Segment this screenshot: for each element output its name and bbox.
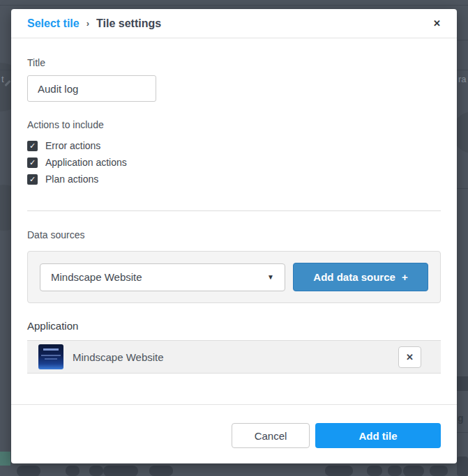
background-block — [457, 456, 468, 476]
cancel-button[interactable]: Cancel — [232, 423, 310, 448]
background-top-line — [0, 5, 468, 6]
tile-settings-modal: Select tile › Tile settings ✕ Title Acti… — [11, 9, 457, 463]
data-source-select[interactable]: Mindscape Website ▼ — [40, 263, 285, 291]
background-shape — [388, 466, 402, 476]
add-data-source-button-label: Add data source — [313, 271, 395, 283]
background-shape — [103, 466, 138, 476]
checkbox-row-error-actions[interactable]: ✓ Error actions — [27, 140, 441, 151]
checkbox-checked-icon[interactable]: ✓ — [27, 141, 38, 151]
checkbox-row-application-actions[interactable]: ✓ Application actions — [27, 157, 441, 168]
background-shape — [430, 466, 448, 476]
title-label: Title — [27, 57, 441, 68]
remove-x-icon: ✕ — [406, 352, 414, 362]
checkbox-checked-icon[interactable]: ✓ — [27, 158, 38, 168]
background-row-line — [457, 70, 468, 70]
plus-icon: + — [402, 271, 408, 283]
background-shape — [367, 466, 382, 476]
application-list-item: Mindscape Website ✕ — [27, 340, 441, 374]
remove-application-button[interactable]: ✕ — [398, 346, 421, 368]
background-row-line — [457, 188, 468, 189]
background-shape — [89, 466, 103, 476]
checkbox-checked-icon[interactable]: ✓ — [27, 174, 38, 185]
background-teal-tile — [0, 452, 10, 466]
modal-title: Tile settings — [96, 17, 161, 30]
application-thumbnail — [38, 344, 63, 369]
data-sources-label: Data sources — [27, 229, 441, 240]
actions-checkbox-group: ✓ Error actions ✓ Application actions ✓ … — [27, 140, 441, 185]
application-label: Application — [27, 320, 441, 332]
modal-header: Select tile › Tile settings ✕ — [11, 9, 457, 38]
checkbox-label: Error actions — [45, 140, 100, 151]
background-row-line — [457, 40, 468, 40]
background-clipped-text-left: t — [1, 74, 4, 84]
title-input[interactable] — [27, 75, 156, 102]
breadcrumb-select-tile-link[interactable]: Select tile — [27, 17, 80, 30]
checkbox-label: Plan actions — [45, 174, 98, 185]
checkbox-row-plan-actions[interactable]: ✓ Plan actions — [27, 174, 441, 185]
background-shape — [403, 466, 424, 476]
background-shape — [66, 466, 80, 476]
background-block — [457, 376, 468, 391]
background-clipped-text-right: ra — [458, 74, 467, 84]
chevron-right-icon: › — [86, 18, 89, 29]
background-shape — [325, 466, 353, 476]
caret-down-icon: ▼ — [267, 273, 274, 281]
background-shape — [17, 466, 40, 476]
modal-footer: Cancel Add tile — [11, 405, 457, 463]
add-data-source-button[interactable]: Add data source + — [293, 263, 428, 291]
actions-to-include-label: Actions to include — [27, 119, 441, 130]
data-sources-panel: Mindscape Website ▼ Add data source + — [27, 251, 441, 303]
section-divider — [27, 210, 441, 211]
background-clipped-text-right: g — [458, 413, 464, 424]
close-icon[interactable]: ✕ — [433, 19, 441, 28]
data-source-selected-value: Mindscape Website — [51, 271, 142, 283]
checkbox-label: Application actions — [45, 157, 127, 168]
add-tile-button[interactable]: Add tile — [315, 423, 441, 448]
background-shape — [149, 466, 173, 476]
application-name: Mindscape Website — [73, 351, 164, 363]
background-row-line — [0, 70, 11, 70]
background-row-line — [457, 432, 468, 433]
modal-body: Title Actions to include ✓ Error actions… — [11, 38, 457, 332]
